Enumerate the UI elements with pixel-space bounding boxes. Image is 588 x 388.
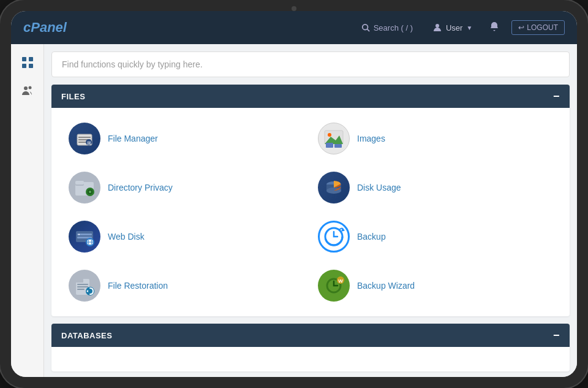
files-icon-grid: ⊞ File Manager	[61, 114, 560, 310]
backup-label: Backup	[357, 232, 386, 242]
svg-point-0	[362, 25, 368, 30]
databases-section-header: DATABASES −	[51, 324, 570, 347]
file-manager-item[interactable]: ⊞ File Manager	[61, 114, 311, 163]
databases-section-title: DATABASES	[61, 331, 112, 340]
bell-icon	[489, 21, 499, 31]
main-content: Find functions quickly by typing here. F…	[44, 44, 577, 377]
svg-rect-11	[78, 137, 91, 138]
svg-rect-23	[75, 181, 84, 184]
files-section-body: ⊞ File Manager	[51, 108, 570, 316]
logout-button[interactable]: ↩ LOGOUT	[511, 20, 565, 35]
navbar-right: Search ( / ) User ▼	[356, 19, 565, 36]
search-icon	[361, 23, 370, 32]
databases-section-body	[51, 347, 570, 371]
svg-rect-43	[77, 284, 88, 285]
svg-rect-4	[29, 57, 33, 61]
tablet-frame: cPanel Search ( / ) User ▼	[0, 0, 588, 388]
web-disk-svg	[73, 225, 96, 248]
directory-privacy-item[interactable]: Directory Privacy	[61, 163, 311, 212]
svg-rect-13	[78, 142, 87, 143]
search-button[interactable]: Search ( / )	[356, 21, 418, 35]
images-icon	[318, 123, 350, 154]
svg-line-1	[367, 29, 369, 32]
disk-usage-item[interactable]: Disk Usage	[311, 163, 560, 212]
backup-svg	[323, 226, 345, 248]
svg-rect-5	[22, 64, 26, 68]
svg-rect-20	[334, 144, 342, 148]
brand-c: c	[23, 20, 31, 35]
backup-item[interactable]: Backup	[311, 212, 560, 261]
file-restoration-label: File Restoration	[108, 281, 168, 291]
svg-point-17	[328, 133, 331, 137]
backup-wizard-label: Backup Wizard	[357, 281, 415, 291]
files-collapse-button[interactable]: −	[553, 91, 560, 102]
databases-collapse-button[interactable]: −	[553, 330, 560, 341]
svg-rect-3	[22, 57, 26, 61]
images-item[interactable]: Images	[311, 114, 560, 163]
logout-icon: ↩	[518, 23, 524, 32]
disk-usage-label: Disk Usage	[357, 183, 401, 192]
web-disk-item[interactable]: Web Disk	[61, 212, 311, 261]
backup-wizard-icon: W	[318, 270, 350, 302]
brand-panel: Panel	[31, 20, 67, 35]
svg-rect-45	[77, 289, 85, 290]
directory-svg	[73, 176, 96, 199]
svg-rect-19	[326, 143, 333, 148]
backup-wizard-svg: W	[322, 274, 345, 297]
sidebar-item-users[interactable]	[17, 80, 39, 102]
search-label: Search ( / )	[374, 23, 413, 32]
svg-point-7	[24, 86, 28, 90]
databases-section: DATABASES −	[51, 324, 570, 371]
chevron-down-icon: ▼	[466, 25, 472, 31]
brand-logo: cPanel	[23, 20, 67, 36]
backup-wizard-item[interactable]: W Backup Wizard	[311, 261, 560, 310]
images-label: Images	[357, 134, 385, 143]
directory-privacy-label: Directory Privacy	[108, 183, 173, 192]
file-manager-icon: ⊞	[69, 123, 100, 154]
files-section: FILES −	[51, 85, 570, 316]
tablet-screen: cPanel Search ( / ) User ▼	[11, 11, 577, 377]
sidebar	[11, 44, 44, 377]
file-manager-svg: ⊞	[75, 129, 94, 148]
images-svg	[322, 127, 345, 150]
svg-point-26	[89, 191, 91, 193]
directory-privacy-icon	[69, 172, 100, 204]
users-icon	[21, 85, 34, 97]
svg-point-33	[78, 234, 80, 235]
logout-label: LOGOUT	[527, 23, 558, 32]
svg-text:⊞: ⊞	[87, 140, 91, 146]
disk-usage-icon	[318, 172, 350, 204]
main-layout: Find functions quickly by typing here. F…	[11, 44, 577, 377]
quick-search-bar[interactable]: Find functions quickly by typing here.	[51, 51, 570, 77]
sidebar-item-home[interactable]	[17, 51, 39, 74]
svg-point-8	[28, 86, 31, 89]
svg-point-2	[435, 24, 439, 28]
file-restoration-icon	[69, 270, 100, 302]
svg-rect-42	[76, 279, 83, 283]
web-disk-icon	[69, 221, 100, 253]
user-icon	[432, 23, 442, 32]
files-section-header: FILES −	[51, 85, 570, 108]
file-manager-label: File Manager	[108, 134, 158, 143]
grid-icon	[21, 56, 34, 69]
disk-usage-svg	[322, 176, 345, 199]
user-label: User	[446, 23, 462, 32]
files-section-title: FILES	[61, 92, 85, 101]
user-button[interactable]: User ▼	[428, 20, 477, 35]
svg-rect-44	[77, 286, 88, 287]
notifications-button[interactable]	[487, 19, 502, 36]
file-restoration-item[interactable]: File Restoration	[61, 261, 311, 310]
navbar: cPanel Search ( / ) User ▼	[11, 11, 577, 44]
file-restoration-svg	[73, 274, 96, 297]
web-disk-label: Web Disk	[108, 232, 145, 242]
svg-rect-6	[29, 64, 33, 68]
svg-text:W: W	[338, 278, 343, 284]
backup-icon	[318, 221, 350, 253]
